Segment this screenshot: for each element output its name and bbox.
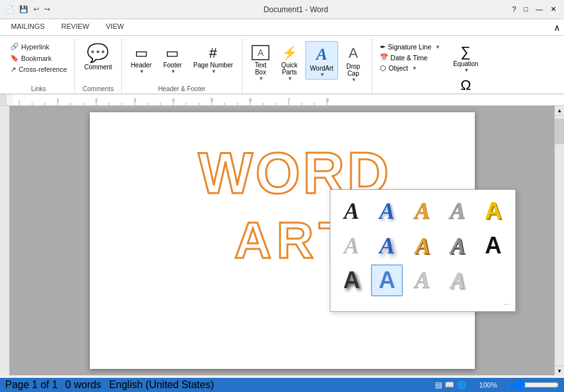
header-footer-items: ▭ Header ▼ ▭ Footer ▼ # Page Number ▼ bbox=[127, 38, 237, 84]
hyperlink-icon: 🔗 bbox=[10, 42, 19, 51]
datetime-label: Date & Time bbox=[391, 54, 428, 62]
wordart-style-2[interactable]: A bbox=[371, 195, 403, 227]
print-view-button[interactable]: ▤ bbox=[435, 380, 442, 389]
signature-line-button[interactable]: ✒ Signature Line ▼ bbox=[377, 42, 443, 51]
restore-button[interactable]: □ bbox=[521, 5, 531, 13]
wordart-style-9[interactable]: A bbox=[442, 230, 474, 262]
title-bar: 📄 💾 ↩ ↪ Document1 - Word ? □ — ✕ bbox=[0, 0, 564, 19]
document-area: WORD ART ▲ ▼ A A A A A A A A A A bbox=[0, 106, 564, 375]
text-box-label2: Box bbox=[255, 69, 266, 76]
equation-button[interactable]: ∑ Equation ▼ bbox=[449, 42, 482, 74]
scroll-track[interactable] bbox=[555, 115, 564, 366]
text-group-label bbox=[248, 91, 366, 94]
wordart-dropdown: A A A A A A A A A A A A A A … bbox=[330, 189, 516, 312]
equation-icon: ∑ bbox=[461, 44, 471, 60]
drop-cap-label: Drop bbox=[346, 63, 361, 70]
crossref-label: Cross-reference bbox=[19, 65, 67, 73]
window-title: Document1 - Word bbox=[82, 5, 509, 14]
minimize-button[interactable]: — bbox=[533, 5, 545, 13]
header-footer-group-label: Header & Footer bbox=[127, 84, 237, 94]
svg-text:3: 3 bbox=[133, 97, 137, 103]
ruler: 1 2 3 4 5 6 7 8 bbox=[0, 94, 564, 106]
ribbon-tab-bar: MAILINGS REVIEW VIEW ∧ bbox=[0, 19, 564, 36]
wordart-style-11[interactable]: A bbox=[336, 264, 368, 296]
scroll-up-button[interactable]: ▲ bbox=[555, 106, 564, 115]
tab-mailings[interactable]: MAILINGS bbox=[3, 19, 53, 36]
wordart-style-5[interactable]: A bbox=[477, 195, 509, 227]
wordart-style-8[interactable]: A bbox=[406, 230, 438, 262]
right-scrollbar[interactable]: ▲ ▼ bbox=[554, 106, 564, 375]
scroll-thumb[interactable] bbox=[555, 119, 564, 144]
svg-text:4: 4 bbox=[172, 97, 175, 103]
footer-button[interactable]: ▭ Footer ▼ bbox=[159, 41, 185, 76]
signature-icon: ✒ bbox=[380, 43, 386, 51]
wordart-style-7[interactable]: A bbox=[371, 230, 403, 262]
wordart-button[interactable]: A WordArt ▼ bbox=[305, 41, 338, 80]
ribbon-group-comments: 💬 Comment Comments bbox=[75, 38, 121, 94]
ribbon-content: 🔗 Hyperlink 🔖 Bookmark ↗ Cross-reference… bbox=[0, 36, 564, 94]
drop-cap-icon: A bbox=[348, 45, 358, 62]
wordart-style-1[interactable]: A bbox=[336, 195, 368, 227]
text-box-button[interactable]: A Text Box ▼ bbox=[248, 41, 273, 83]
object-label: Object bbox=[389, 64, 408, 72]
window-controls[interactable]: ? □ — ✕ bbox=[509, 5, 559, 13]
bookmark-icon: 🔖 bbox=[10, 54, 19, 62]
text-box-label: Text bbox=[255, 62, 266, 69]
object-icon: ⬡ bbox=[380, 64, 386, 72]
svg-text:6: 6 bbox=[249, 97, 252, 103]
close-button[interactable]: ✕ bbox=[548, 5, 559, 13]
left-scrollbar[interactable] bbox=[0, 106, 10, 375]
header-caret-icon: ▼ bbox=[139, 69, 144, 74]
crossref-icon: ↗ bbox=[10, 65, 16, 73]
ribbon-group-symbols: ✒ Signature Line ▼ 📅 Date & Time ⬡ Objec… bbox=[372, 38, 488, 94]
read-view-button[interactable]: 📖 bbox=[445, 380, 454, 389]
quick-parts-label2: Parts bbox=[282, 69, 296, 76]
comment-button[interactable]: 💬 Comment bbox=[80, 41, 115, 72]
quick-parts-label: Quick bbox=[281, 62, 298, 69]
wordart-style-4[interactable]: A bbox=[442, 195, 474, 227]
hyperlink-label: Hyperlink bbox=[21, 43, 49, 51]
ribbon-group-links: 🔗 Hyperlink 🔖 Bookmark ↗ Cross-reference… bbox=[3, 38, 75, 94]
help-button[interactable]: ? bbox=[509, 5, 518, 13]
cross-reference-button[interactable]: ↗ Cross-reference bbox=[8, 64, 69, 74]
comment-label: Comment bbox=[84, 64, 112, 71]
web-view-button[interactable]: 🌐 bbox=[457, 380, 466, 389]
wordart-style-14[interactable]: A bbox=[442, 264, 474, 296]
page-number-button[interactable]: # Page Number ▼ bbox=[189, 41, 237, 76]
symbol-icon: Ω bbox=[461, 77, 471, 94]
wordart-label: WordArt bbox=[310, 65, 334, 72]
date-time-button[interactable]: 📅 Date & Time bbox=[377, 53, 443, 62]
quick-parts-button[interactable]: ⚡ Quick Parts ▼ bbox=[276, 41, 303, 83]
wordart-more-button[interactable]: … bbox=[336, 299, 510, 306]
wordart-style-3[interactable]: A bbox=[406, 195, 438, 227]
header-button[interactable]: ▭ Header ▼ bbox=[127, 41, 156, 76]
object-caret-icon: ▼ bbox=[412, 65, 417, 71]
tab-view[interactable]: VIEW bbox=[98, 19, 132, 36]
zoom-slider[interactable] bbox=[508, 380, 559, 390]
scroll-down-button[interactable]: ▼ bbox=[555, 366, 564, 375]
wordart-style-12[interactable]: A bbox=[371, 264, 403, 296]
drop-cap-label2: Cap bbox=[347, 70, 359, 77]
footer-icon: ▭ bbox=[166, 45, 179, 62]
view-mode-buttons[interactable]: ▤ 📖 🌐 bbox=[435, 380, 466, 389]
ribbon: MAILINGS REVIEW VIEW ∧ 🔗 Hyperlink 🔖 Boo… bbox=[0, 19, 564, 94]
bookmark-button[interactable]: 🔖 Bookmark bbox=[8, 53, 69, 64]
bookmark-label: Bookmark bbox=[21, 55, 51, 62]
equation-label: Equation bbox=[453, 60, 478, 67]
page-number-label: Page Number bbox=[193, 62, 233, 69]
equation-caret-icon: ▼ bbox=[464, 67, 469, 73]
ribbon-collapse-button[interactable]: ∧ bbox=[550, 19, 564, 35]
text-box-icon: A bbox=[252, 45, 269, 60]
wordart-style-10[interactable]: A bbox=[477, 230, 509, 262]
object-button[interactable]: ⬡ Object ▼ bbox=[377, 64, 443, 72]
wordart-style-6[interactable]: A bbox=[336, 230, 368, 262]
ruler-inner: 1 2 3 4 5 6 7 8 bbox=[13, 94, 564, 105]
svg-text:1: 1 bbox=[56, 97, 60, 103]
tab-review[interactable]: REVIEW bbox=[53, 19, 98, 36]
hyperlink-button[interactable]: 🔗 Hyperlink bbox=[8, 41, 69, 52]
links-group-label: Links bbox=[8, 84, 69, 94]
comments-group-label: Comments bbox=[80, 84, 115, 94]
wordart-style-13[interactable]: A bbox=[406, 264, 438, 296]
drop-cap-button[interactable]: A Drop Cap ▼ bbox=[341, 41, 366, 84]
svg-text:7: 7 bbox=[287, 97, 291, 103]
